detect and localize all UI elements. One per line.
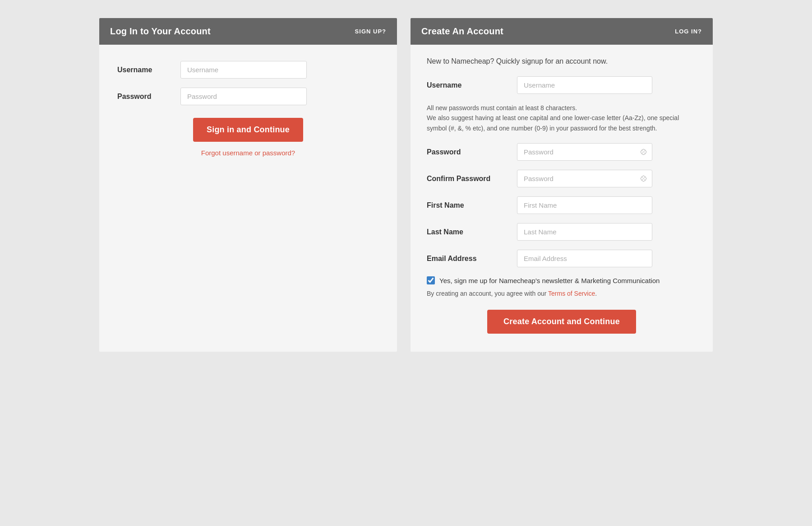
password-label: Password	[117, 93, 180, 101]
password-input[interactable]	[180, 88, 307, 105]
terms-text: By creating an account, you agree with o…	[427, 290, 697, 297]
signup-username-wrap	[517, 76, 697, 94]
signup-firstname-wrap	[517, 196, 697, 214]
terms-after: .	[595, 290, 597, 297]
signup-email-label: Email Address	[427, 255, 517, 263]
signup-confirm-password-label: Confirm Password	[427, 175, 517, 183]
newsletter-label: Yes, sign me up for Namecheap's newslett…	[439, 277, 660, 284]
signup-body: New to Namecheap? Quickly signup for an …	[411, 45, 713, 352]
login-title: Log In to Your Account	[110, 26, 211, 37]
signup-lastname-input[interactable]	[517, 223, 652, 241]
signup-header: Create An Account LOG IN?	[411, 18, 713, 45]
forgot-link[interactable]: Forgot username or password?	[117, 149, 379, 157]
create-account-button[interactable]: Create Account and Continue	[487, 310, 636, 334]
username-row: Username	[117, 61, 379, 79]
signup-email-wrap	[517, 250, 697, 267]
password-row: Password	[117, 88, 379, 105]
signup-lastname-label: Last Name	[427, 228, 517, 236]
signup-email-row: Email Address	[427, 250, 697, 267]
signup-confirm-password-wrap: ⛒	[517, 170, 652, 187]
signup-password-label: Password	[427, 148, 517, 156]
signup-panel: Create An Account LOG IN? New to Nameche…	[411, 18, 713, 352]
signup-email-input[interactable]	[517, 250, 652, 267]
signup-username-label: Username	[427, 81, 517, 89]
username-label: Username	[117, 66, 180, 74]
signup-password-input[interactable]	[517, 143, 652, 161]
newsletter-checkbox[interactable]	[427, 276, 435, 284]
signup-password-row: Password ⛒	[427, 143, 697, 161]
signup-lastname-wrap	[517, 223, 697, 241]
terms-link[interactable]: Terms of Service	[548, 290, 595, 297]
signup-firstname-row: First Name	[427, 196, 697, 214]
signup-confirm-password-input[interactable]	[517, 170, 652, 187]
signup-title: Create An Account	[421, 26, 503, 37]
login-header: Log In to Your Account SIGN UP?	[99, 18, 397, 45]
signup-firstname-label: First Name	[427, 201, 517, 209]
signup-lastname-row: Last Name	[427, 223, 697, 241]
signup-confirm-password-row: Confirm Password ⛒	[427, 170, 697, 187]
login-body: Username Password Sign in and Continue F…	[99, 45, 397, 175]
terms-before: By creating an account, you agree with o…	[427, 290, 548, 297]
signup-password-wrap: ⛒	[517, 143, 652, 161]
signup-username-row: Username	[427, 76, 697, 94]
signup-intro: New to Namecheap? Quickly signup for an …	[427, 57, 697, 65]
signin-button[interactable]: Sign in and Continue	[193, 118, 303, 142]
signup-firstname-input[interactable]	[517, 196, 652, 214]
username-input[interactable]	[180, 61, 307, 79]
signup-username-input[interactable]	[517, 76, 652, 94]
login-panel: Log In to Your Account SIGN UP? Username…	[99, 18, 397, 352]
password-hint: All new passwords must contain at least …	[427, 103, 697, 133]
newsletter-row: Yes, sign me up for Namecheap's newslett…	[427, 276, 697, 284]
login-link[interactable]: LOG IN?	[675, 28, 702, 35]
signup-link[interactable]: SIGN UP?	[355, 28, 386, 35]
